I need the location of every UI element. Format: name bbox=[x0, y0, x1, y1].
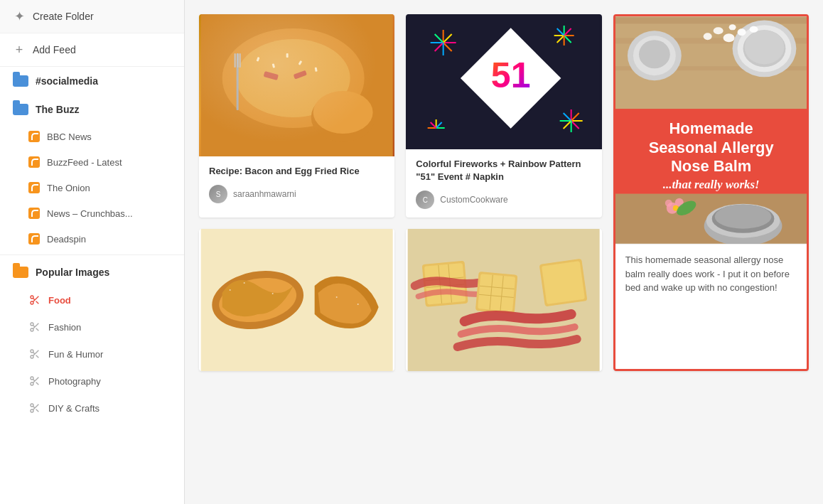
svg-rect-110 bbox=[272, 293, 274, 294]
svg-line-19 bbox=[33, 379, 35, 381]
svg-rect-29 bbox=[272, 63, 275, 68]
sidebar-feed-bbcnews[interactable]: BBC News bbox=[0, 124, 184, 149]
card-description-balm: This homemade seasonal allergy nose balm… bbox=[615, 244, 807, 304]
svg-rect-111 bbox=[336, 296, 338, 298]
svg-point-87 bbox=[728, 24, 736, 30]
svg-line-13 bbox=[36, 355, 39, 358]
folder-icon-thebuzz bbox=[13, 104, 28, 115]
feed-label-buzzfeed: BuzzFeed - Latest bbox=[47, 157, 122, 168]
svg-rect-112 bbox=[357, 304, 359, 305]
svg-rect-28 bbox=[257, 57, 260, 62]
cat-label-fun-humor: Fun & Humor bbox=[48, 349, 103, 360]
svg-rect-33 bbox=[264, 71, 279, 80]
svg-rect-32 bbox=[315, 67, 318, 71]
add-feed-icon: + bbox=[13, 43, 26, 56]
author-avatar-fireworks: C bbox=[416, 191, 434, 209]
svg-line-8 bbox=[36, 328, 39, 331]
svg-point-89 bbox=[749, 26, 758, 33]
svg-point-36 bbox=[313, 91, 373, 134]
svg-line-14 bbox=[33, 352, 35, 354]
scissors-icon-food bbox=[28, 294, 41, 306]
svg-point-83 bbox=[639, 40, 670, 68]
sidebar-feed-crunchbase[interactable]: News – Crunchbas... bbox=[0, 200, 184, 226]
author-name-fireworks: CustomCookware bbox=[440, 195, 507, 205]
svg-point-5 bbox=[31, 323, 33, 326]
svg-point-98 bbox=[665, 200, 672, 207]
sidebar-folder-thebuzz[interactable]: The Buzz bbox=[0, 95, 184, 124]
sidebar-cat-photography[interactable]: Photography bbox=[0, 368, 184, 395]
svg-point-6 bbox=[31, 328, 33, 331]
svg-point-21 bbox=[31, 409, 33, 412]
create-folder-button[interactable]: ✦ Create Folder bbox=[0, 0, 184, 33]
svg-point-35 bbox=[311, 92, 375, 142]
svg-rect-25 bbox=[201, 14, 393, 156]
author-name-fried-rice: saraanhmawarni bbox=[233, 189, 296, 199]
svg-point-0 bbox=[31, 296, 33, 299]
card-image-croissant bbox=[199, 229, 394, 371]
create-folder-label: Create Folder bbox=[33, 11, 94, 22]
feed-label-crunchbase: News – Crunchbas... bbox=[47, 208, 133, 219]
create-folder-icon: ✦ bbox=[13, 10, 26, 23]
svg-rect-108 bbox=[230, 289, 231, 291]
card-body-fried-rice: Recipe: Bacon and Egg Fried Rice S saraa… bbox=[199, 156, 394, 212]
svg-point-10 bbox=[31, 350, 33, 353]
svg-text:Homemade: Homemade bbox=[669, 119, 753, 137]
svg-rect-30 bbox=[286, 53, 289, 58]
cat-label-food: Food bbox=[48, 295, 71, 306]
svg-rect-31 bbox=[298, 60, 303, 65]
svg-point-20 bbox=[31, 404, 33, 407]
svg-line-9 bbox=[33, 325, 35, 327]
svg-point-27 bbox=[237, 39, 350, 117]
popular-images-label: Popular Images bbox=[36, 267, 109, 278]
sidebar-cat-food[interactable]: Food bbox=[0, 286, 184, 313]
rss-icon-buzzfeed bbox=[28, 156, 40, 168]
svg-point-11 bbox=[31, 355, 33, 358]
svg-text:...that really works!: ...that really works! bbox=[662, 178, 759, 191]
card-croissant[interactable] bbox=[199, 229, 394, 371]
sidebar-feed-buzzfeed[interactable]: BuzzFeed - Latest bbox=[0, 149, 184, 175]
card-image-bacon-crackers bbox=[406, 229, 601, 371]
folder-icon-socialmedia bbox=[13, 75, 28, 87]
svg-line-3 bbox=[36, 301, 39, 304]
svg-line-4 bbox=[33, 298, 35, 300]
svg-line-18 bbox=[36, 382, 39, 385]
sidebar-feed-theonion[interactable]: The Onion bbox=[0, 175, 184, 200]
svg-point-26 bbox=[222, 28, 365, 128]
sidebar-feed-deadspin[interactable]: Deadspin bbox=[0, 226, 184, 252]
rss-icon-bbcnews bbox=[28, 131, 40, 142]
card-author-fried-rice: S saraanhmawarni bbox=[209, 185, 384, 203]
card-title-fried-rice: Recipe: Bacon and Egg Fried Rice bbox=[209, 165, 384, 178]
svg-rect-127 bbox=[542, 261, 585, 304]
svg-rect-34 bbox=[294, 70, 307, 80]
card-fireworks[interactable]: 51 bbox=[406, 14, 601, 218]
folder-label-socialmedia: #socialmedia bbox=[36, 75, 98, 87]
folder-icon-popular bbox=[13, 267, 28, 278]
card-allergy-balm[interactable]: Homemade Seasonal Allergy Nose Balm ...t… bbox=[613, 14, 809, 371]
feed-label-deadspin: Deadspin bbox=[47, 234, 86, 245]
card-bacon-crackers[interactable] bbox=[406, 229, 601, 371]
sidebar-cat-diy-crafts[interactable]: DIY & Crafts bbox=[0, 395, 184, 422]
svg-rect-74 bbox=[615, 16, 807, 23]
svg-rect-37 bbox=[237, 53, 239, 110]
card-fried-rice[interactable]: Recipe: Bacon and Egg Fried Rice S saraa… bbox=[199, 14, 394, 218]
svg-line-23 bbox=[36, 409, 39, 412]
scissors-icon-fashion bbox=[28, 321, 41, 333]
svg-rect-39 bbox=[240, 53, 241, 68]
sidebar-folder-socialmedia[interactable]: #socialmedia bbox=[0, 67, 184, 95]
feed-label-theonion: The Onion bbox=[47, 183, 90, 193]
cat-label-diy-crafts: DIY & Crafts bbox=[48, 403, 99, 414]
svg-line-24 bbox=[33, 406, 35, 408]
svg-point-85 bbox=[737, 28, 746, 36]
scissors-icon-photography bbox=[28, 375, 41, 387]
card-title-fireworks: Colorful Fireworks + Rainbow Pattern "51… bbox=[416, 158, 591, 183]
feed-label-bbcnews: BBC News bbox=[47, 132, 92, 142]
author-avatar-fried-rice: S bbox=[209, 185, 227, 203]
sidebar-folder-popular-images[interactable]: Popular Images bbox=[0, 258, 184, 286]
sidebar-cat-fashion[interactable]: Fashion bbox=[0, 313, 184, 341]
sidebar: ✦ Create Folder + Add Feed #socialmedia … bbox=[0, 0, 185, 504]
sidebar-cat-fun-humor[interactable]: Fun & Humor bbox=[0, 341, 184, 368]
rss-icon-theonion bbox=[28, 182, 40, 193]
scissors-icon-fun-humor bbox=[28, 348, 41, 360]
svg-point-88 bbox=[703, 33, 711, 40]
add-feed-button[interactable]: + Add Feed bbox=[0, 33, 184, 67]
